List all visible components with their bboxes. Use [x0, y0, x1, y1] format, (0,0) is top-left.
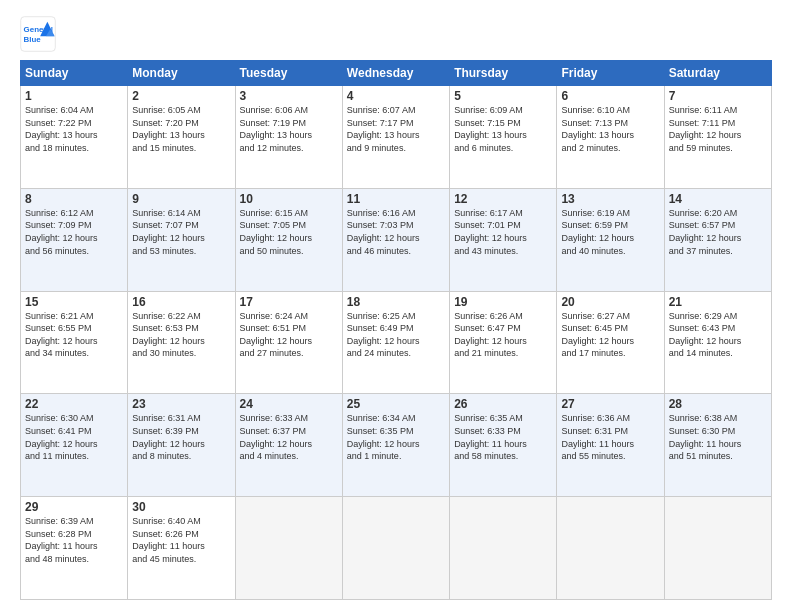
calendar-week-row: 15Sunrise: 6:21 AMSunset: 6:55 PMDayligh… — [21, 291, 772, 394]
header-monday: Monday — [128, 61, 235, 86]
cell-info: Sunrise: 6:07 AMSunset: 7:17 PMDaylight:… — [347, 104, 445, 154]
cell-info: Sunrise: 6:22 AMSunset: 6:53 PMDaylight:… — [132, 310, 230, 360]
day-number: 10 — [240, 192, 338, 206]
cell-info: Sunrise: 6:04 AMSunset: 7:22 PMDaylight:… — [25, 104, 123, 154]
svg-text:Blue: Blue — [24, 35, 42, 44]
cell-info: Sunrise: 6:11 AMSunset: 7:11 PMDaylight:… — [669, 104, 767, 154]
day-number: 17 — [240, 295, 338, 309]
day-number: 9 — [132, 192, 230, 206]
cell-info: Sunrise: 6:39 AMSunset: 6:28 PMDaylight:… — [25, 515, 123, 565]
table-row: 9Sunrise: 6:14 AMSunset: 7:07 PMDaylight… — [128, 188, 235, 291]
table-row: 14Sunrise: 6:20 AMSunset: 6:57 PMDayligh… — [664, 188, 771, 291]
cell-info: Sunrise: 6:17 AMSunset: 7:01 PMDaylight:… — [454, 207, 552, 257]
cell-info: Sunrise: 6:29 AMSunset: 6:43 PMDaylight:… — [669, 310, 767, 360]
header-thursday: Thursday — [450, 61, 557, 86]
cell-info: Sunrise: 6:12 AMSunset: 7:09 PMDaylight:… — [25, 207, 123, 257]
table-row — [342, 497, 449, 600]
day-number: 5 — [454, 89, 552, 103]
table-row: 26Sunrise: 6:35 AMSunset: 6:33 PMDayligh… — [450, 394, 557, 497]
day-number: 12 — [454, 192, 552, 206]
table-row: 12Sunrise: 6:17 AMSunset: 7:01 PMDayligh… — [450, 188, 557, 291]
calendar-table: Sunday Monday Tuesday Wednesday Thursday… — [20, 60, 772, 600]
header-tuesday: Tuesday — [235, 61, 342, 86]
day-number: 7 — [669, 89, 767, 103]
day-number: 4 — [347, 89, 445, 103]
cell-info: Sunrise: 6:19 AMSunset: 6:59 PMDaylight:… — [561, 207, 659, 257]
table-row: 8Sunrise: 6:12 AMSunset: 7:09 PMDaylight… — [21, 188, 128, 291]
table-row: 20Sunrise: 6:27 AMSunset: 6:45 PMDayligh… — [557, 291, 664, 394]
day-number: 25 — [347, 397, 445, 411]
calendar-week-row: 29Sunrise: 6:39 AMSunset: 6:28 PMDayligh… — [21, 497, 772, 600]
cell-info: Sunrise: 6:15 AMSunset: 7:05 PMDaylight:… — [240, 207, 338, 257]
day-number: 19 — [454, 295, 552, 309]
table-row: 16Sunrise: 6:22 AMSunset: 6:53 PMDayligh… — [128, 291, 235, 394]
day-number: 11 — [347, 192, 445, 206]
table-row: 2Sunrise: 6:05 AMSunset: 7:20 PMDaylight… — [128, 86, 235, 189]
day-number: 6 — [561, 89, 659, 103]
table-row: 22Sunrise: 6:30 AMSunset: 6:41 PMDayligh… — [21, 394, 128, 497]
calendar-week-row: 1Sunrise: 6:04 AMSunset: 7:22 PMDaylight… — [21, 86, 772, 189]
table-row: 7Sunrise: 6:11 AMSunset: 7:11 PMDaylight… — [664, 86, 771, 189]
cell-info: Sunrise: 6:36 AMSunset: 6:31 PMDaylight:… — [561, 412, 659, 462]
weekday-header-row: Sunday Monday Tuesday Wednesday Thursday… — [21, 61, 772, 86]
calendar-week-row: 8Sunrise: 6:12 AMSunset: 7:09 PMDaylight… — [21, 188, 772, 291]
day-number: 28 — [669, 397, 767, 411]
cell-info: Sunrise: 6:34 AMSunset: 6:35 PMDaylight:… — [347, 412, 445, 462]
day-number: 2 — [132, 89, 230, 103]
day-number: 27 — [561, 397, 659, 411]
day-number: 30 — [132, 500, 230, 514]
logo-icon: General Blue — [20, 16, 56, 52]
cell-info: Sunrise: 6:06 AMSunset: 7:19 PMDaylight:… — [240, 104, 338, 154]
table-row: 19Sunrise: 6:26 AMSunset: 6:47 PMDayligh… — [450, 291, 557, 394]
table-row: 28Sunrise: 6:38 AMSunset: 6:30 PMDayligh… — [664, 394, 771, 497]
day-number: 21 — [669, 295, 767, 309]
table-row — [557, 497, 664, 600]
cell-info: Sunrise: 6:14 AMSunset: 7:07 PMDaylight:… — [132, 207, 230, 257]
day-number: 1 — [25, 89, 123, 103]
table-row: 15Sunrise: 6:21 AMSunset: 6:55 PMDayligh… — [21, 291, 128, 394]
table-row: 10Sunrise: 6:15 AMSunset: 7:05 PMDayligh… — [235, 188, 342, 291]
day-number: 15 — [25, 295, 123, 309]
day-number: 24 — [240, 397, 338, 411]
calendar-week-row: 22Sunrise: 6:30 AMSunset: 6:41 PMDayligh… — [21, 394, 772, 497]
cell-info: Sunrise: 6:33 AMSunset: 6:37 PMDaylight:… — [240, 412, 338, 462]
cell-info: Sunrise: 6:25 AMSunset: 6:49 PMDaylight:… — [347, 310, 445, 360]
table-row: 4Sunrise: 6:07 AMSunset: 7:17 PMDaylight… — [342, 86, 449, 189]
logo: General Blue — [20, 16, 56, 52]
table-row: 6Sunrise: 6:10 AMSunset: 7:13 PMDaylight… — [557, 86, 664, 189]
table-row: 21Sunrise: 6:29 AMSunset: 6:43 PMDayligh… — [664, 291, 771, 394]
table-row: 27Sunrise: 6:36 AMSunset: 6:31 PMDayligh… — [557, 394, 664, 497]
cell-info: Sunrise: 6:16 AMSunset: 7:03 PMDaylight:… — [347, 207, 445, 257]
header-friday: Friday — [557, 61, 664, 86]
day-number: 23 — [132, 397, 230, 411]
cell-info: Sunrise: 6:20 AMSunset: 6:57 PMDaylight:… — [669, 207, 767, 257]
day-number: 3 — [240, 89, 338, 103]
table-row: 29Sunrise: 6:39 AMSunset: 6:28 PMDayligh… — [21, 497, 128, 600]
day-number: 14 — [669, 192, 767, 206]
table-row: 17Sunrise: 6:24 AMSunset: 6:51 PMDayligh… — [235, 291, 342, 394]
day-number: 13 — [561, 192, 659, 206]
cell-info: Sunrise: 6:05 AMSunset: 7:20 PMDaylight:… — [132, 104, 230, 154]
cell-info: Sunrise: 6:35 AMSunset: 6:33 PMDaylight:… — [454, 412, 552, 462]
page: General Blue Sunday Monday Tuesday Wedne… — [0, 0, 792, 612]
table-row: 11Sunrise: 6:16 AMSunset: 7:03 PMDayligh… — [342, 188, 449, 291]
table-row: 30Sunrise: 6:40 AMSunset: 6:26 PMDayligh… — [128, 497, 235, 600]
header-saturday: Saturday — [664, 61, 771, 86]
cell-info: Sunrise: 6:40 AMSunset: 6:26 PMDaylight:… — [132, 515, 230, 565]
day-number: 26 — [454, 397, 552, 411]
cell-info: Sunrise: 6:38 AMSunset: 6:30 PMDaylight:… — [669, 412, 767, 462]
table-row: 18Sunrise: 6:25 AMSunset: 6:49 PMDayligh… — [342, 291, 449, 394]
day-number: 16 — [132, 295, 230, 309]
day-number: 20 — [561, 295, 659, 309]
table-row: 13Sunrise: 6:19 AMSunset: 6:59 PMDayligh… — [557, 188, 664, 291]
cell-info: Sunrise: 6:30 AMSunset: 6:41 PMDaylight:… — [25, 412, 123, 462]
table-row — [450, 497, 557, 600]
cell-info: Sunrise: 6:26 AMSunset: 6:47 PMDaylight:… — [454, 310, 552, 360]
day-number: 22 — [25, 397, 123, 411]
day-number: 29 — [25, 500, 123, 514]
header-wednesday: Wednesday — [342, 61, 449, 86]
header: General Blue — [20, 16, 772, 52]
day-number: 8 — [25, 192, 123, 206]
table-row — [235, 497, 342, 600]
cell-info: Sunrise: 6:10 AMSunset: 7:13 PMDaylight:… — [561, 104, 659, 154]
